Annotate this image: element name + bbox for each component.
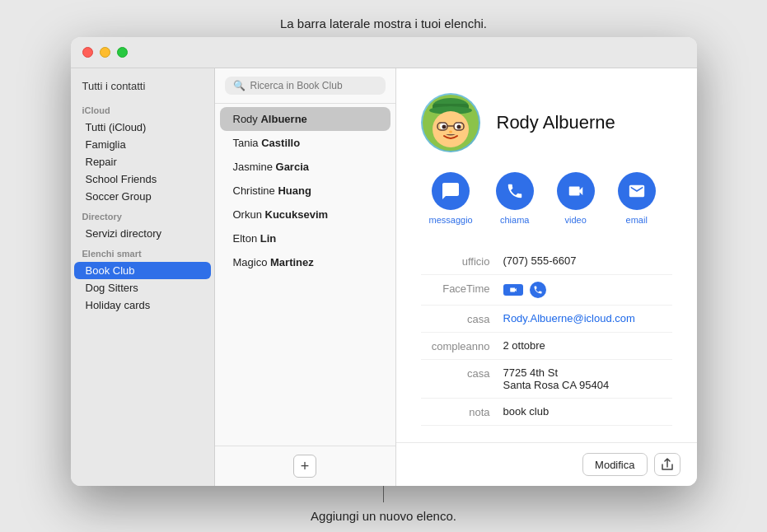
sidebar-item-all-contacts[interactable]: Tutti i contatti [71, 77, 214, 99]
field-nota: nota book club [421, 399, 672, 426]
sidebar-item-icloud-all[interactable]: Tutti (iCloud) [74, 119, 211, 136]
contact-name-orkun: Orkun Kucuksevim [233, 208, 329, 221]
edit-button[interactable]: Modifica [582, 453, 647, 476]
search-input[interactable] [250, 80, 377, 91]
action-messaggio[interactable]: messaggio [429, 172, 473, 225]
field-value-nota: book club [503, 405, 672, 418]
field-casa-email: casa Rody.Albuerne@icloud.com [421, 306, 672, 333]
contacts-window: Tutti i contatti iCloud Tutti (iCloud) F… [71, 37, 697, 486]
sidebar-section-directory: Directory [71, 205, 214, 225]
video-icon [557, 172, 595, 210]
chiama-icon [496, 172, 534, 210]
sidebar-item-soccer-group[interactable]: Soccer Group [74, 188, 211, 205]
detail-fields: ufficio (707) 555-6607 FaceTime [421, 248, 672, 426]
contact-name-elton: Elton Lin [233, 232, 277, 245]
contact-item-jasmine[interactable]: Jasmine Garcia [220, 155, 391, 179]
field-ufficio: ufficio (707) 555-6607 [421, 248, 672, 275]
facetime-phone-icon[interactable] [530, 282, 546, 298]
email-label: email [626, 215, 648, 225]
detail-content: Rody Albuerne messaggio [396, 68, 697, 442]
sidebar-item-book-club[interactable]: Book Club [74, 262, 211, 279]
minimize-button[interactable] [100, 47, 110, 58]
sidebar-item-repair[interactable]: Repair [74, 153, 211, 170]
sidebar-item-school-friends[interactable]: School Friends [74, 170, 211, 188]
detail-panel: Rody Albuerne messaggio [396, 68, 697, 486]
action-email[interactable]: email [618, 172, 656, 225]
annotation-line-bottom [383, 486, 384, 502]
field-label-ufficio: ufficio [421, 254, 503, 268]
action-video[interactable]: video [557, 172, 595, 225]
field-value-compleanno: 2 ottobre [503, 339, 672, 352]
avatar [421, 93, 480, 152]
contact-name-magico: Magico Martinez [233, 256, 314, 268]
share-icon [662, 458, 673, 471]
sidebar-section-icloud: iCloud [71, 99, 214, 119]
maximize-button[interactable] [117, 47, 128, 58]
field-compleanno: compleanno 2 ottobre [421, 333, 672, 360]
action-buttons: messaggio chiama [421, 172, 672, 225]
detail-footer: Modifica [396, 442, 697, 486]
facetime-video-icon[interactable] [503, 284, 523, 296]
field-value-casa-email[interactable]: Rody.Albuerne@icloud.com [503, 312, 672, 324]
field-label-casa-address: casa [421, 366, 503, 380]
sidebar-item-servizi-directory[interactable]: Servizi directory [74, 225, 211, 242]
field-value-ufficio[interactable]: (707) 555-6607 [503, 254, 672, 267]
field-value-casa-address[interactable]: 7725 4th StSanta Rosa CA 95404 [503, 366, 672, 391]
search-input-wrap[interactable]: 🔍 [225, 77, 386, 95]
field-value-facetime [503, 282, 672, 298]
window-body: Tutti i contatti iCloud Tutti (iCloud) F… [71, 68, 697, 486]
field-label-facetime: FaceTime [421, 282, 503, 295]
contact-item-rody[interactable]: Rody Albuerne [220, 107, 391, 131]
contact-header: Rody Albuerne [421, 93, 672, 152]
svg-point-12 [449, 131, 452, 133]
contact-item-magico[interactable]: Magico Martinez [220, 250, 391, 274]
field-facetime: FaceTime [421, 275, 672, 306]
annotation-top: La barra laterale mostra i tuoi elenchi. [280, 16, 487, 30]
sidebar-item-holiday-cards[interactable]: Holiday cards [74, 296, 211, 314]
contact-item-elton[interactable]: Elton Lin [220, 226, 391, 250]
sidebar-item-famiglia[interactable]: Famiglia [74, 136, 211, 153]
messaggio-label: messaggio [429, 215, 473, 225]
field-label-nota: nota [421, 405, 503, 418]
field-label-compleanno: compleanno [421, 339, 503, 352]
contact-item-christine[interactable]: Christine Huang [220, 179, 391, 203]
add-contact-button[interactable]: + [293, 455, 316, 478]
contact-item-tania[interactable]: Tania Castillo [220, 131, 391, 155]
contact-detail-name: Rody Albuerne [497, 112, 615, 133]
traffic-lights [82, 47, 128, 58]
svg-point-8 [456, 125, 461, 129]
chiama-label: chiama [500, 215, 529, 225]
avatar-svg [421, 93, 480, 152]
email-icon [618, 172, 656, 210]
contact-name-tania: Tania Castillo [233, 137, 301, 149]
close-button[interactable] [82, 47, 93, 58]
messaggio-icon [432, 172, 470, 210]
titlebar [71, 37, 697, 68]
field-label-casa-email: casa [421, 312, 503, 325]
field-casa-address: casa 7725 4th StSanta Rosa CA 95404 [421, 360, 672, 399]
svg-point-7 [442, 125, 446, 129]
contacts-scroll: Rody Albuerne Tania Castillo Jasmine Gar… [215, 104, 395, 446]
contact-name-rody: Rody Albuerne [233, 113, 307, 125]
sidebar: Tutti i contatti iCloud Tutti (iCloud) F… [71, 68, 215, 486]
annotation-bottom: Aggiungi un nuovo elenco. [311, 509, 456, 523]
contact-name-christine: Christine Huang [233, 184, 311, 197]
sidebar-item-dog-sitters[interactable]: Dog Sitters [74, 279, 211, 296]
sidebar-section-elenchi-smart: Elenchi smart [71, 242, 214, 262]
search-icon: 🔍 [233, 80, 246, 91]
contact-list: 🔍 Rody Albuerne Tania Castillo Jasmine G… [215, 68, 396, 486]
action-chiama[interactable]: chiama [496, 172, 534, 225]
contact-item-orkun[interactable]: Orkun Kucuksevim [220, 203, 391, 226]
contact-list-footer: + [215, 446, 395, 486]
contact-name-jasmine: Jasmine Garcia [233, 161, 310, 173]
share-button[interactable] [654, 453, 680, 476]
search-bar: 🔍 [215, 68, 395, 104]
video-label: video [565, 215, 587, 225]
